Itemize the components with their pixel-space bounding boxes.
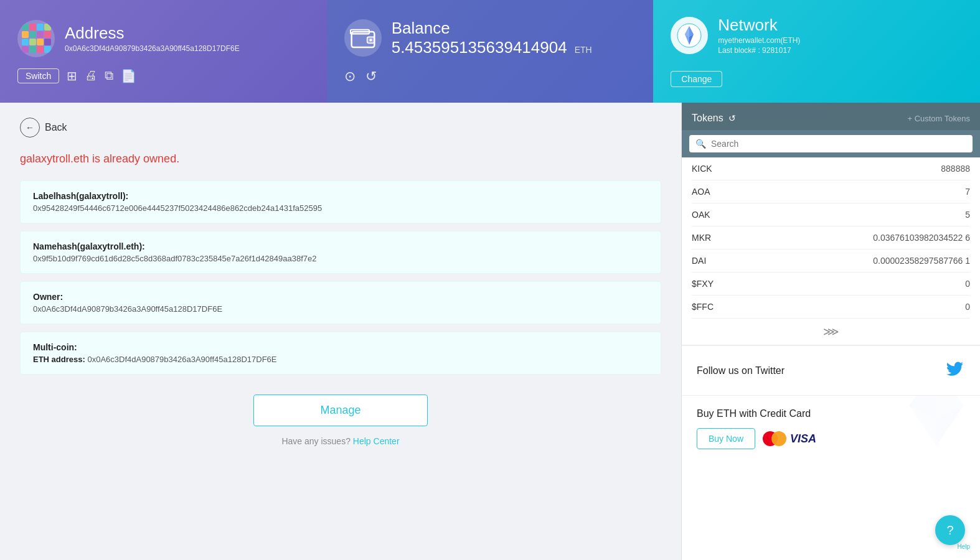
help-button[interactable]: ? xyxy=(935,515,965,545)
back-arrow-icon: ← xyxy=(20,118,40,138)
namehash-block: Namehash(galaxytroll.eth): 0x9f5b10d9f76… xyxy=(20,231,661,274)
balance-icon xyxy=(344,19,382,57)
owner-label: Owner: xyxy=(33,292,648,302)
list-item: KICK 888888 xyxy=(692,157,970,180)
labelhash-block: Labelhash(galaxytroll): 0x95428249f54446… xyxy=(20,180,661,223)
search-icon: 🔍 xyxy=(695,139,706,149)
list-item: OAK 5 xyxy=(692,203,970,226)
file-icon[interactable]: 📄 xyxy=(121,68,136,83)
balance-unit: ETH xyxy=(575,45,592,55)
network-block: Last block# : 9281017 xyxy=(718,46,800,55)
token-name-dai: DAI xyxy=(692,256,706,266)
token-name-aoa: AOA xyxy=(692,187,710,197)
switch-button[interactable]: Switch xyxy=(17,68,59,83)
address-avatar xyxy=(17,20,55,57)
twitter-text: Follow us on Twitter xyxy=(697,365,784,376)
network-provider: myetherwallet.com(ETH) xyxy=(718,36,800,45)
network-card: Network myetherwallet.com(ETH) Last bloc… xyxy=(653,0,980,103)
twitter-section[interactable]: Follow us on Twitter xyxy=(682,345,980,396)
token-amount-mkr: 0.03676103982034522 6 xyxy=(873,233,970,243)
token-name-mkr: MKR xyxy=(692,233,711,243)
mastercard-icon xyxy=(763,431,786,446)
refresh-icon[interactable]: ↺ xyxy=(365,68,377,85)
sidebar: Tokens ↺ + Custom Tokens 🔍 KICK 888888 A… xyxy=(681,103,980,560)
multicoin-block: Multi-coin: ETH address: 0x0A6c3Df4dA908… xyxy=(20,332,661,375)
search-input[interactable] xyxy=(711,139,966,149)
manage-button[interactable]: Manage xyxy=(253,394,428,426)
owner-block: Owner: 0x0A6c3Df4dA90879b3426a3A90ff45a1… xyxy=(20,281,661,324)
show-more-icon[interactable]: ⋙ xyxy=(823,325,839,338)
visa-icon: VISA xyxy=(790,432,816,446)
labelhash-label: Labelhash(galaxytroll): xyxy=(33,191,648,201)
show-more-row[interactable]: ⋙ xyxy=(682,319,980,345)
list-item: $FFC 0 xyxy=(692,296,970,319)
balance-title: Balance xyxy=(392,19,592,38)
already-owned-message: galaxytroll.eth is already owned. xyxy=(20,152,661,166)
token-name-fxy: $FXY xyxy=(692,279,714,289)
back-label: Back xyxy=(45,122,67,133)
help-text: Have any issues? Help Center xyxy=(20,436,661,446)
tokens-label: Tokens xyxy=(692,113,723,124)
list-item: MKR 0.03676103982034522 6 xyxy=(692,226,970,250)
list-item: $FXY 0 xyxy=(692,273,970,296)
refresh-tokens-icon[interactable]: ↺ xyxy=(728,113,736,123)
namehash-value: 0x9f5b10d9f769cd61d6d28c5c8d368adf0783c2… xyxy=(33,254,648,263)
change-network-button[interactable]: Change xyxy=(671,71,722,87)
back-button[interactable]: ← Back xyxy=(20,118,67,138)
eth-address-key: ETH address: xyxy=(33,355,85,364)
network-title: Network xyxy=(718,16,800,35)
twitter-icon[interactable] xyxy=(945,358,965,383)
address-card: Address 0x0A6c3Df4dA90879b3426a3A90ff45a… xyxy=(0,0,327,103)
token-name-kick: KICK xyxy=(692,164,712,174)
token-amount-dai: 0.00002358297587766 1 xyxy=(873,256,970,266)
network-icon xyxy=(671,17,708,54)
labelhash-value: 0x95428249f54446c6712e006e4445237f502342… xyxy=(33,203,648,213)
list-item: DAI 0.00002358297587766 1 xyxy=(692,250,970,273)
balance-card: Balance 5.453595135639414904 ETH ⊙ ↺ xyxy=(327,0,654,103)
token-amount-fxy: 0 xyxy=(965,279,970,289)
eth-watermark xyxy=(899,396,974,462)
list-item: AOA 7 xyxy=(692,180,970,203)
token-amount-kick: 888888 xyxy=(941,164,970,174)
buy-now-button[interactable]: Buy Now xyxy=(697,428,755,449)
token-amount-oak: 5 xyxy=(965,210,970,220)
address-value: 0x0A6c3Df4dA90879b3426a3A90ff45a128D17DF… xyxy=(65,44,240,53)
svg-point-3 xyxy=(369,39,372,41)
namehash-label: Namehash(galaxytroll.eth): xyxy=(33,241,648,251)
token-name-ffc: $FFC xyxy=(692,302,714,312)
main-content: ← Back galaxytroll.eth is already owned.… xyxy=(0,103,681,560)
tokens-header: Tokens ↺ + Custom Tokens xyxy=(682,103,980,130)
balance-amount: 5.453595135639414904 xyxy=(392,38,567,57)
token-amount-ffc: 0 xyxy=(965,302,970,312)
more-options-icon[interactable]: ⊙ xyxy=(344,68,356,85)
search-box: 🔍 xyxy=(689,135,973,152)
custom-tokens-link[interactable]: + Custom Tokens xyxy=(907,114,970,123)
eth-address-val: 0x0A6c3Df4dA90879b3426a3A90ff45a128D17DF… xyxy=(87,355,276,364)
multicoin-label: Multi-coin: xyxy=(33,342,648,352)
buy-eth-section: Buy ETH with Credit Card Buy Now VISA xyxy=(682,396,980,462)
token-search-area: 🔍 xyxy=(682,130,980,157)
payment-icons: VISA xyxy=(763,431,816,446)
help-container: ? Help xyxy=(957,542,970,550)
qr-icon[interactable]: ⊞ xyxy=(67,68,77,83)
multicoin-eth-row: ETH address: 0x0A6c3Df4dA90879b3426a3A90… xyxy=(33,355,648,364)
help-center-link[interactable]: Help Center xyxy=(353,436,400,446)
help-prefix: Have any issues? xyxy=(281,436,351,446)
help-floating-label: Help xyxy=(957,543,970,550)
print-icon[interactable]: 🖨 xyxy=(85,68,97,83)
owner-value: 0x0A6c3Df4dA90879b3426a3A90ff45a128D17DF… xyxy=(33,304,648,314)
token-amount-aoa: 7 xyxy=(965,187,970,197)
tokens-title-row: Tokens ↺ xyxy=(692,113,736,124)
token-list: KICK 888888 AOA 7 OAK 5 MKR 0.0367610398… xyxy=(682,157,980,319)
token-name-oak: OAK xyxy=(692,210,710,220)
copy-icon[interactable]: ⧉ xyxy=(105,68,113,83)
address-title: Address xyxy=(65,24,240,43)
